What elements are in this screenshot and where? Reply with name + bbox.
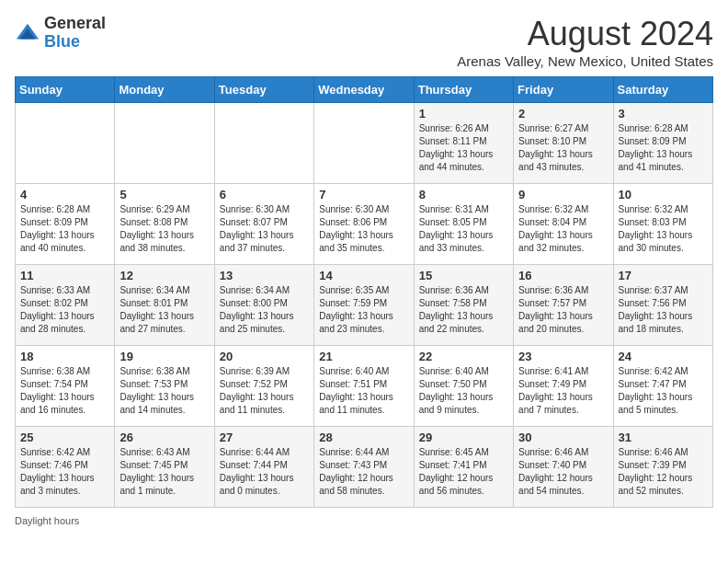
day-number: 8: [419, 188, 508, 201]
day-number: 30: [518, 431, 608, 444]
calendar-day-header: Wednesday: [314, 77, 414, 103]
day-info: Sunrise: 6:41 AMSunset: 7:49 PMDaylight:…: [518, 366, 593, 415]
calendar-cell: 5Sunrise: 6:29 AMSunset: 8:08 PMDaylight…: [115, 184, 214, 265]
day-number: 1: [419, 107, 508, 121]
daylight-label: Daylight hours: [15, 515, 79, 526]
calendar-cell: 11Sunrise: 6:33 AMSunset: 8:02 PMDayligh…: [16, 265, 115, 346]
day-info: Sunrise: 6:40 AMSunset: 7:51 PMDaylight:…: [319, 366, 393, 415]
day-number: 31: [619, 431, 708, 444]
day-number: 12: [119, 269, 209, 282]
day-info: Sunrise: 6:39 AMSunset: 7:52 PMDaylight:…: [220, 366, 294, 415]
day-info: Sunrise: 6:37 AMSunset: 7:56 PMDaylight:…: [619, 285, 693, 334]
day-number: 24: [619, 350, 708, 363]
day-info: Sunrise: 6:26 AMSunset: 8:11 PMDaylight:…: [419, 123, 494, 172]
month-year-title: August 2024: [457, 15, 713, 53]
day-info: Sunrise: 6:38 AMSunset: 7:53 PMDaylight:…: [119, 366, 194, 415]
calendar-cell: 19Sunrise: 6:38 AMSunset: 7:53 PMDayligh…: [115, 346, 214, 427]
day-info: Sunrise: 6:35 AMSunset: 7:59 PMDaylight:…: [319, 285, 393, 334]
day-number: 2: [518, 107, 608, 121]
calendar-cell: 12Sunrise: 6:34 AMSunset: 8:01 PMDayligh…: [115, 265, 214, 346]
day-number: 7: [319, 188, 408, 201]
calendar-cell: 27Sunrise: 6:44 AMSunset: 7:44 PMDayligh…: [214, 427, 313, 508]
day-number: 5: [119, 188, 209, 201]
day-number: 22: [419, 350, 508, 363]
day-number: 27: [220, 431, 309, 444]
calendar-cell: [214, 103, 313, 184]
day-info: Sunrise: 6:34 AMSunset: 8:00 PMDaylight:…: [220, 285, 294, 334]
day-number: 15: [419, 269, 508, 282]
calendar-day-header: Tuesday: [214, 77, 313, 103]
day-number: 11: [20, 269, 109, 282]
logo-general-text: General: [44, 14, 106, 32]
calendar-cell: 31Sunrise: 6:46 AMSunset: 7:39 PMDayligh…: [613, 427, 712, 508]
day-info: Sunrise: 6:38 AMSunset: 7:54 PMDaylight:…: [20, 366, 95, 415]
logo: General Blue: [15, 15, 106, 52]
calendar-cell: 10Sunrise: 6:32 AMSunset: 8:03 PMDayligh…: [613, 184, 712, 265]
calendar-cell: 21Sunrise: 6:40 AMSunset: 7:51 PMDayligh…: [314, 346, 414, 427]
calendar-cell: 15Sunrise: 6:36 AMSunset: 7:58 PMDayligh…: [414, 265, 513, 346]
calendar-cell: 20Sunrise: 6:39 AMSunset: 7:52 PMDayligh…: [214, 346, 313, 427]
logo-blue-text: Blue: [44, 32, 80, 51]
day-info: Sunrise: 6:42 AMSunset: 7:47 PMDaylight:…: [619, 366, 693, 415]
day-info: Sunrise: 6:33 AMSunset: 8:02 PMDaylight:…: [20, 285, 95, 334]
calendar-cell: 23Sunrise: 6:41 AMSunset: 7:49 PMDayligh…: [514, 346, 613, 427]
day-info: Sunrise: 6:28 AMSunset: 8:09 PMDaylight:…: [20, 204, 95, 253]
day-info: Sunrise: 6:40 AMSunset: 7:50 PMDaylight:…: [419, 366, 494, 415]
calendar-header-row: SundayMondayTuesdayWednesdayThursdayFrid…: [16, 77, 713, 103]
day-number: 25: [20, 431, 109, 444]
calendar-week-row: 4Sunrise: 6:28 AMSunset: 8:09 PMDaylight…: [16, 184, 713, 265]
calendar-week-row: 25Sunrise: 6:42 AMSunset: 7:46 PMDayligh…: [16, 427, 713, 508]
day-number: 14: [319, 269, 408, 282]
day-info: Sunrise: 6:30 AMSunset: 8:06 PMDaylight:…: [319, 204, 393, 253]
calendar-cell: 14Sunrise: 6:35 AMSunset: 7:59 PMDayligh…: [314, 265, 414, 346]
calendar-table: SundayMondayTuesdayWednesdayThursdayFrid…: [15, 76, 713, 508]
title-block: August 2024 Arenas Valley, New Mexico, U…: [457, 15, 713, 69]
calendar-cell: 16Sunrise: 6:36 AMSunset: 7:57 PMDayligh…: [514, 265, 613, 346]
calendar-cell: 4Sunrise: 6:28 AMSunset: 8:09 PMDaylight…: [16, 184, 115, 265]
calendar-week-row: 18Sunrise: 6:38 AMSunset: 7:54 PMDayligh…: [16, 346, 713, 427]
day-number: 13: [220, 269, 309, 282]
calendar-day-header: Thursday: [414, 77, 513, 103]
day-info: Sunrise: 6:27 AMSunset: 8:10 PMDaylight:…: [518, 123, 593, 172]
day-number: 23: [518, 350, 608, 363]
day-info: Sunrise: 6:46 AMSunset: 7:40 PMDaylight:…: [518, 447, 593, 496]
calendar-cell: 6Sunrise: 6:30 AMSunset: 8:07 PMDaylight…: [214, 184, 313, 265]
calendar-week-row: 11Sunrise: 6:33 AMSunset: 8:02 PMDayligh…: [16, 265, 713, 346]
calendar-cell: 30Sunrise: 6:46 AMSunset: 7:40 PMDayligh…: [514, 427, 613, 508]
calendar-cell: 25Sunrise: 6:42 AMSunset: 7:46 PMDayligh…: [16, 427, 115, 508]
calendar-cell: 17Sunrise: 6:37 AMSunset: 7:56 PMDayligh…: [613, 265, 712, 346]
day-number: 18: [20, 350, 109, 363]
calendar-cell: 28Sunrise: 6:44 AMSunset: 7:43 PMDayligh…: [314, 427, 414, 508]
calendar-cell: 24Sunrise: 6:42 AMSunset: 7:47 PMDayligh…: [613, 346, 712, 427]
day-info: Sunrise: 6:28 AMSunset: 8:09 PMDaylight:…: [619, 123, 693, 172]
day-info: Sunrise: 6:32 AMSunset: 8:03 PMDaylight:…: [619, 204, 693, 253]
day-number: 6: [220, 188, 309, 201]
calendar-cell: [314, 103, 414, 184]
calendar-cell: 2Sunrise: 6:27 AMSunset: 8:10 PMDaylight…: [514, 103, 613, 184]
day-number: 9: [518, 188, 608, 201]
calendar-cell: 9Sunrise: 6:32 AMSunset: 8:04 PMDaylight…: [514, 184, 613, 265]
calendar-week-row: 1Sunrise: 6:26 AMSunset: 8:11 PMDaylight…: [16, 103, 713, 184]
day-info: Sunrise: 6:30 AMSunset: 8:07 PMDaylight:…: [220, 204, 294, 253]
calendar-cell: [16, 103, 115, 184]
day-number: 4: [20, 188, 109, 201]
day-number: 17: [619, 269, 708, 282]
calendar-day-header: Sunday: [16, 77, 115, 103]
day-info: Sunrise: 6:36 AMSunset: 7:58 PMDaylight:…: [419, 285, 494, 334]
day-info: Sunrise: 6:36 AMSunset: 7:57 PMDaylight:…: [518, 285, 593, 334]
calendar-cell: 7Sunrise: 6:30 AMSunset: 8:06 PMDaylight…: [314, 184, 414, 265]
location-text: Arenas Valley, New Mexico, United States: [457, 53, 713, 69]
day-number: 3: [619, 107, 708, 121]
day-info: Sunrise: 6:46 AMSunset: 7:39 PMDaylight:…: [619, 447, 693, 496]
day-number: 19: [119, 350, 209, 363]
calendar-day-header: Friday: [514, 77, 613, 103]
footer: Daylight hours: [15, 515, 713, 526]
day-info: Sunrise: 6:44 AMSunset: 7:44 PMDaylight:…: [220, 447, 294, 496]
calendar-cell: 1Sunrise: 6:26 AMSunset: 8:11 PMDaylight…: [414, 103, 513, 184]
calendar-day-header: Monday: [115, 77, 214, 103]
calendar-cell: 22Sunrise: 6:40 AMSunset: 7:50 PMDayligh…: [414, 346, 513, 427]
day-number: 28: [319, 431, 408, 444]
day-number: 16: [518, 269, 608, 282]
page-header: General Blue August 2024 Arenas Valley, …: [15, 15, 713, 69]
day-info: Sunrise: 6:43 AMSunset: 7:45 PMDaylight:…: [119, 447, 194, 496]
